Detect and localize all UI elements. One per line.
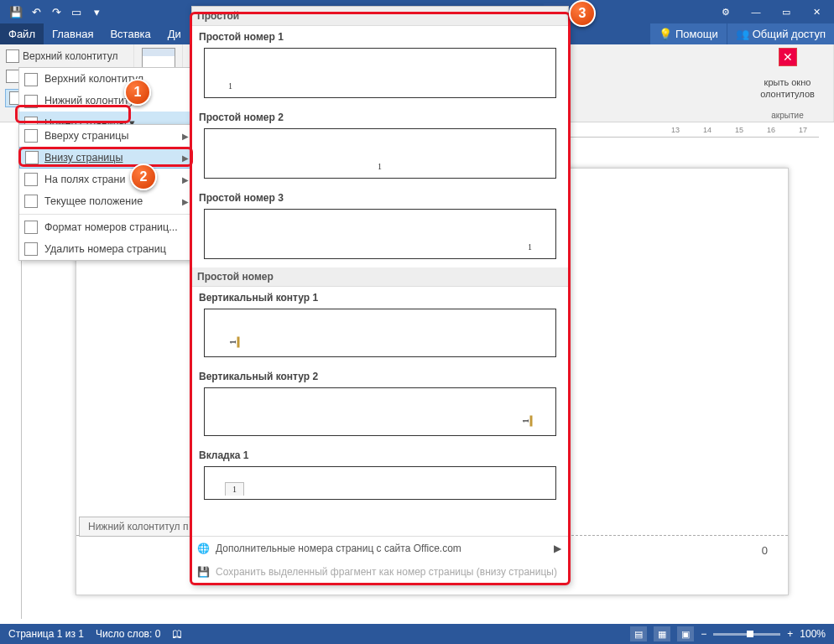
chevron-right-icon: ▶ [182,175,189,184]
tab-home[interactable]: Главная [44,23,102,44]
tab-file[interactable]: Файл [0,23,44,44]
new-doc-icon[interactable]: ▭ [69,4,84,19]
page-number-menu: Вверху страницы▶ Внизу страницы▶ На поля… [18,124,196,261]
tab-design[interactable]: Ди [159,23,190,44]
gallery-item-vertical-1[interactable]: Вертикальный контур 1 1 [192,287,568,366]
globe-icon: 🌐 [197,543,211,556]
bottom-icon [25,151,39,164]
ribbon-options-icon[interactable]: ⚙ [712,2,740,22]
statusbar: Страница 1 из 1 Число слов: 0 🕮 ▤ ▦ ▣ − … [0,624,834,644]
gallery-item-simple-3[interactable]: Простой номер 3 1 [192,187,568,267]
status-words[interactable]: Число слов: 0 [96,628,160,640]
save-icon: 💾 [197,566,211,579]
tell-me[interactable]: 💡Помощи [649,23,727,44]
gallery-group-simple-number: Простой номер [192,267,568,287]
chevron-right-icon: ▶ [554,543,561,554]
gallery-item-vertical-2[interactable]: Вертикальный контур 2 1 [192,366,568,444]
header-icon [6,49,19,63]
step-marker-2: 2 [130,164,157,190]
gallery-item-tab-1[interactable]: Вкладка 1 1 [192,444,568,508]
footer-icon [6,70,19,83]
close-group-label: акрытие [771,111,803,120]
gallery-group-simple: Простой [192,7,568,26]
maximize-button[interactable]: ▭ [772,2,800,22]
tab-insert[interactable]: Вставка [102,23,159,44]
menu-placeholder-2[interactable]: Нижний колонтитул [19,90,195,112]
close-header-footer-button[interactable]: ✕ [779,48,797,66]
menu-format-numbers[interactable]: Формат номеров страниц... [19,216,195,238]
view-print-icon[interactable]: ▦ [654,626,670,641]
menu-top-of-page[interactable]: Вверху страницы▶ [19,125,195,147]
share-button[interactable]: 👥Общий доступ [727,23,834,44]
remove-icon [24,242,38,256]
chevron-right-icon: ▶ [182,197,189,206]
step-marker-1: 1 [124,79,151,106]
menu-bottom-of-page[interactable]: Внизу страницы▶ [19,147,195,169]
zoom-level[interactable]: 100% [800,628,826,640]
qat-customize-icon[interactable]: ▾ [89,4,104,19]
zoom-out-button[interactable]: − [701,628,706,640]
view-web-icon[interactable]: ▣ [677,626,694,641]
step-marker-3: 3 [569,0,596,27]
quick-access-toolbar: 💾 ↶ ↷ ▭ ▾ [3,4,109,19]
gallery-more-office[interactable]: 🌐Дополнительные номера страниц с сайта O… [192,537,568,560]
gallery-item-simple-2[interactable]: Простой номер 2 1 [192,106,568,187]
header-top-button[interactable]: Верхний колонтитул [5,48,128,65]
menu-current-position[interactable]: Текущее положение▶ [19,190,195,212]
save-icon[interactable]: 💾 [8,4,23,19]
menu-placeholder-1[interactable]: Верхний колонтитул [19,68,195,90]
undo-icon[interactable]: ↶ [29,4,44,19]
chevron-right-icon: ▶ [182,132,189,141]
zoom-slider[interactable] [713,633,780,636]
minimize-button[interactable]: — [742,2,770,22]
status-page[interactable]: Страница 1 из 1 [8,628,84,640]
current-pos-icon [24,195,38,208]
status-lang-icon[interactable]: 🕮 [172,628,182,640]
menu-remove-numbers[interactable]: Удалить номера страниц [19,238,195,260]
view-read-icon[interactable]: ▤ [630,626,647,641]
margins-icon [24,173,38,186]
gallery-save-selection: 💾Сохранить выделенный фрагмент как номер… [192,560,568,584]
redo-icon[interactable]: ↷ [49,4,64,19]
format-icon [24,221,38,234]
page-number-gallery: Простой Простой номер 1 1 Простой номер … [191,6,569,584]
footer-section-tab: Нижний колонтитул п [79,517,197,537]
close-button[interactable]: ✕ [802,2,831,22]
gallery-item-simple-1[interactable]: Простой номер 1 1 [192,26,568,106]
chevron-right-icon: ▶ [182,153,189,163]
zoom-in-button[interactable]: + [787,628,793,640]
page-number-field[interactable]: 0 [762,544,768,557]
menu-page-margins[interactable]: На полях страни▶ [19,169,195,190]
top-icon [24,129,38,143]
